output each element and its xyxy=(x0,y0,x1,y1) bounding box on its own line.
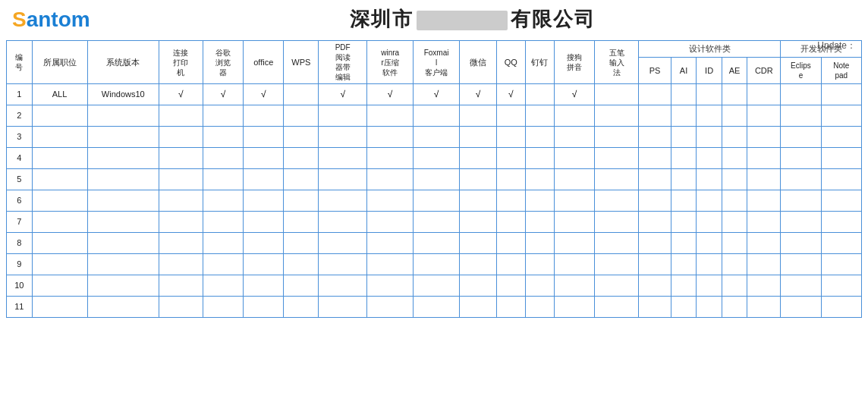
col-eclipse-header: Eclips e xyxy=(781,57,821,83)
col-sougou-header: 搜狗 拼音 xyxy=(554,41,594,84)
cell-wechat xyxy=(460,169,497,190)
cell-ai xyxy=(671,127,697,148)
cell-qq xyxy=(496,297,525,318)
cell-no: 5 xyxy=(7,169,33,190)
cell-ai xyxy=(671,297,697,318)
cell-os xyxy=(87,233,159,254)
cell-ae xyxy=(722,212,747,233)
cell-browser: √ xyxy=(203,84,243,105)
cell-id xyxy=(697,254,722,275)
cell-office xyxy=(244,169,284,190)
cell-pdf xyxy=(319,127,367,148)
cell-wubi xyxy=(595,148,639,169)
cell-ae xyxy=(722,275,747,297)
col-qq-header: QQ xyxy=(496,41,525,84)
cell-os xyxy=(87,275,159,297)
cell-no: 9 xyxy=(7,254,33,275)
col-dept-header: 所属职位 xyxy=(32,41,87,84)
cell-foxmail xyxy=(414,105,460,127)
col-winrar-header: winra r压缩 软件 xyxy=(367,41,414,84)
cell-no: 2 xyxy=(7,105,33,127)
cell-ps xyxy=(639,233,671,254)
cell-cdr xyxy=(747,297,781,318)
cell-browser xyxy=(203,297,243,318)
cell-foxmail: √ xyxy=(414,84,460,105)
cell-cdr xyxy=(747,233,781,254)
cell-notepad xyxy=(821,169,861,190)
cell-wubi xyxy=(595,212,639,233)
cell-ps xyxy=(639,275,671,297)
cell-office xyxy=(244,127,284,148)
cell-ae xyxy=(722,148,747,169)
cell-dept xyxy=(32,297,87,318)
cell-print xyxy=(159,127,203,148)
cell-print xyxy=(159,169,203,190)
cell-ae xyxy=(722,127,747,148)
col-ps-header: PS xyxy=(639,57,671,83)
cell-cdr xyxy=(747,169,781,190)
col-id-header: ID xyxy=(697,57,722,83)
cell-pdf xyxy=(319,297,367,318)
cell-no: 3 xyxy=(7,127,33,148)
cell-ps xyxy=(639,127,671,148)
cell-browser xyxy=(203,233,243,254)
cell-foxmail xyxy=(414,212,460,233)
cell-qq xyxy=(496,127,525,148)
cell-id xyxy=(697,297,722,318)
cell-wps xyxy=(284,84,319,105)
cell-sougou xyxy=(554,127,594,148)
cell-id xyxy=(697,233,722,254)
cell-qq xyxy=(496,148,525,169)
cell-notepad xyxy=(821,254,861,275)
cell-eclipse xyxy=(781,127,821,148)
cell-qq xyxy=(496,254,525,275)
cell-sougou xyxy=(554,212,594,233)
cell-sougou xyxy=(554,233,594,254)
cell-foxmail xyxy=(414,254,460,275)
cell-cdr xyxy=(747,190,781,212)
table-row: 7 xyxy=(7,212,862,233)
cell-print xyxy=(159,105,203,127)
cell-eclipse xyxy=(781,148,821,169)
cell-os xyxy=(87,297,159,318)
cell-cdr xyxy=(747,84,781,105)
cell-winrar xyxy=(367,105,414,127)
cell-qq xyxy=(496,275,525,297)
cell-browser xyxy=(203,169,243,190)
cell-eclipse xyxy=(781,105,821,127)
col-browser-header: 谷歌 浏览 器 xyxy=(203,41,243,84)
cell-browser xyxy=(203,127,243,148)
cell-foxmail xyxy=(414,169,460,190)
cell-browser xyxy=(203,148,243,169)
cell-wechat xyxy=(460,233,497,254)
cell-pdf xyxy=(319,190,367,212)
cell-wechat xyxy=(460,212,497,233)
cell-os: Windows10 xyxy=(87,84,159,105)
cell-browser xyxy=(203,190,243,212)
cell-ps xyxy=(639,169,671,190)
table-row: 9 xyxy=(7,254,862,275)
main-table-container: 编 号 所属职位 系统版本 连接 打印 机 谷歌 浏览 器 office WPS… xyxy=(0,39,868,324)
col-dingding-header: 钉钉 xyxy=(525,41,554,84)
cell-notepad xyxy=(821,275,861,297)
cell-dingding xyxy=(525,105,554,127)
table-row: 4 xyxy=(7,148,862,169)
cell-print xyxy=(159,190,203,212)
col-no-header: 编 号 xyxy=(7,41,33,84)
col-wechat-header: 微信 xyxy=(460,41,497,84)
cell-office xyxy=(244,190,284,212)
cell-cdr xyxy=(747,127,781,148)
cell-office xyxy=(244,148,284,169)
cell-notepad xyxy=(821,148,861,169)
cell-print xyxy=(159,254,203,275)
cell-office xyxy=(244,233,284,254)
cell-dept xyxy=(32,233,87,254)
cell-ps xyxy=(639,212,671,233)
cell-os xyxy=(87,127,159,148)
cell-wubi xyxy=(595,254,639,275)
col-wps-header: WPS xyxy=(284,41,319,84)
cell-wps xyxy=(284,212,319,233)
cell-wubi xyxy=(595,233,639,254)
cell-ae xyxy=(722,254,747,275)
cell-office xyxy=(244,212,284,233)
